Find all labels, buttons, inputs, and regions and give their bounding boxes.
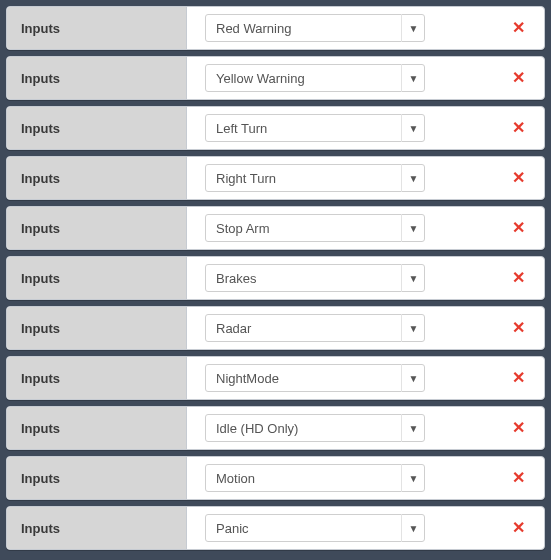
input-row-controls: Radar ▼ ✕	[187, 307, 544, 349]
input-row-controls: Left Turn ▼ ✕	[187, 107, 544, 149]
close-icon: ✕	[512, 320, 525, 336]
input-row: Inputs NightMode ▼ ✕	[6, 356, 545, 400]
input-row-label: Inputs	[7, 107, 187, 149]
input-row-controls: NightMode ▼ ✕	[187, 357, 544, 399]
input-row-controls: Idle (HD Only) ▼ ✕	[187, 407, 544, 449]
input-label-text: Inputs	[21, 521, 60, 536]
input-label-text: Inputs	[21, 71, 60, 86]
close-icon: ✕	[512, 20, 525, 36]
input-select[interactable]: Brakes	[205, 264, 425, 292]
input-row: Inputs Radar ▼ ✕	[6, 306, 545, 350]
input-row-label: Inputs	[7, 57, 187, 99]
input-select[interactable]: Panic	[205, 514, 425, 542]
delete-button[interactable]: ✕	[506, 416, 530, 440]
delete-button[interactable]: ✕	[506, 266, 530, 290]
input-select-wrap: Motion ▼	[205, 464, 425, 492]
delete-button[interactable]: ✕	[506, 466, 530, 490]
delete-button[interactable]: ✕	[506, 66, 530, 90]
input-select-wrap: Radar ▼	[205, 314, 425, 342]
input-select-wrap: Right Turn ▼	[205, 164, 425, 192]
input-select[interactable]: Motion	[205, 464, 425, 492]
input-select[interactable]: Left Turn	[205, 114, 425, 142]
close-icon: ✕	[512, 120, 525, 136]
input-row-controls: Panic ▼ ✕	[187, 507, 544, 549]
input-row: Inputs Red Warning ▼ ✕	[6, 6, 545, 50]
delete-button[interactable]: ✕	[506, 316, 530, 340]
close-icon: ✕	[512, 370, 525, 386]
input-row-controls: Red Warning ▼ ✕	[187, 7, 544, 49]
input-row-label: Inputs	[7, 157, 187, 199]
input-row: Inputs Left Turn ▼ ✕	[6, 106, 545, 150]
input-row: Inputs Motion ▼ ✕	[6, 456, 545, 500]
close-icon: ✕	[512, 170, 525, 186]
close-icon: ✕	[512, 220, 525, 236]
input-label-text: Inputs	[21, 421, 60, 436]
input-row-controls: Right Turn ▼ ✕	[187, 157, 544, 199]
input-select[interactable]: Radar	[205, 314, 425, 342]
input-select[interactable]: Yellow Warning	[205, 64, 425, 92]
input-row-label: Inputs	[7, 307, 187, 349]
input-row-label: Inputs	[7, 257, 187, 299]
input-label-text: Inputs	[21, 271, 60, 286]
delete-button[interactable]: ✕	[506, 116, 530, 140]
input-row-label: Inputs	[7, 457, 187, 499]
close-icon: ✕	[512, 470, 525, 486]
input-row-label: Inputs	[7, 207, 187, 249]
input-select-wrap: NightMode ▼	[205, 364, 425, 392]
input-select[interactable]: Idle (HD Only)	[205, 414, 425, 442]
input-label-text: Inputs	[21, 321, 60, 336]
input-label-text: Inputs	[21, 171, 60, 186]
input-row-controls: Stop Arm ▼ ✕	[187, 207, 544, 249]
input-label-text: Inputs	[21, 471, 60, 486]
input-select-wrap: Yellow Warning ▼	[205, 64, 425, 92]
input-row-controls: Brakes ▼ ✕	[187, 257, 544, 299]
input-select[interactable]: Right Turn	[205, 164, 425, 192]
input-row: Inputs Idle (HD Only) ▼ ✕	[6, 406, 545, 450]
close-icon: ✕	[512, 270, 525, 286]
input-select-wrap: Red Warning ▼	[205, 14, 425, 42]
input-row-label: Inputs	[7, 357, 187, 399]
delete-button[interactable]: ✕	[506, 366, 530, 390]
input-select-wrap: Brakes ▼	[205, 264, 425, 292]
close-icon: ✕	[512, 520, 525, 536]
delete-button[interactable]: ✕	[506, 216, 530, 240]
input-row: Inputs Stop Arm ▼ ✕	[6, 206, 545, 250]
input-row-controls: Yellow Warning ▼ ✕	[187, 57, 544, 99]
input-label-text: Inputs	[21, 121, 60, 136]
input-row-label: Inputs	[7, 7, 187, 49]
input-select[interactable]: Red Warning	[205, 14, 425, 42]
delete-button[interactable]: ✕	[506, 166, 530, 190]
input-row: Inputs Panic ▼ ✕	[6, 506, 545, 550]
close-icon: ✕	[512, 70, 525, 86]
input-label-text: Inputs	[21, 21, 60, 36]
input-select-wrap: Stop Arm ▼	[205, 214, 425, 242]
input-select[interactable]: NightMode	[205, 364, 425, 392]
inputs-list: Inputs Red Warning ▼ ✕ Inputs Yellow War…	[6, 6, 545, 550]
input-select-wrap: Idle (HD Only) ▼	[205, 414, 425, 442]
input-row-label: Inputs	[7, 407, 187, 449]
input-select-wrap: Left Turn ▼	[205, 114, 425, 142]
input-select-wrap: Panic ▼	[205, 514, 425, 542]
delete-button[interactable]: ✕	[506, 16, 530, 40]
input-row: Inputs Right Turn ▼ ✕	[6, 156, 545, 200]
close-icon: ✕	[512, 420, 525, 436]
input-label-text: Inputs	[21, 221, 60, 236]
input-row: Inputs Brakes ▼ ✕	[6, 256, 545, 300]
input-row-label: Inputs	[7, 507, 187, 549]
input-select[interactable]: Stop Arm	[205, 214, 425, 242]
input-row: Inputs Yellow Warning ▼ ✕	[6, 56, 545, 100]
input-label-text: Inputs	[21, 371, 60, 386]
input-row-controls: Motion ▼ ✕	[187, 457, 544, 499]
delete-button[interactable]: ✕	[506, 516, 530, 540]
